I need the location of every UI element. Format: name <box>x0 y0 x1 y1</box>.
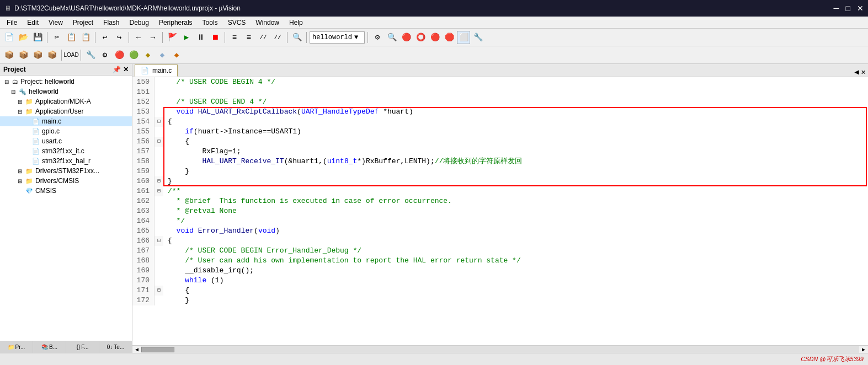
sidebar-pin-icon[interactable]: 📌 <box>113 66 121 73</box>
dropdown-arrow[interactable]: ▼ <box>354 34 358 41</box>
window-controls[interactable]: ─ □ ✕ <box>834 4 864 13</box>
expand-icon-app-user[interactable]: ⊟ <box>18 109 24 115</box>
nav-functions[interactable]: {} F... <box>66 341 99 353</box>
code-editor[interactable]: 150 /* USER CODE BEGIN 4 */151152 /* USE… <box>132 77 868 345</box>
stop-button[interactable]: ⏹ <box>209 31 222 44</box>
tree-item-drivers-stm32[interactable]: ⊞📁Drivers/STM32F1xx... <box>0 166 132 176</box>
line-fold-154[interactable]: ⊟ <box>155 117 163 127</box>
scroll-thumb[interactable] <box>141 347 174 352</box>
pin-tab-icon[interactable]: ◀ <box>854 67 859 77</box>
cut-button[interactable]: ✂ <box>50 31 63 44</box>
expand-icon-app-mdk[interactable]: ⊞ <box>18 99 24 105</box>
tools-btn[interactable]: 🔧 <box>471 31 484 44</box>
line-number-153: 153 <box>132 107 155 117</box>
menu-item-debug[interactable]: Debug <box>125 18 153 28</box>
sidebar-controls[interactable]: 📌 ✕ <box>113 66 129 73</box>
tb2-red[interactable]: 🔴 <box>113 49 126 62</box>
horizontal-scrollbar[interactable]: ◀ ▶ <box>132 345 868 353</box>
tree-item-cmsis[interactable]: 💎CMSIS <box>0 186 132 196</box>
books-label: B... <box>49 344 57 350</box>
nav-templates[interactable]: 0↓ Te... <box>99 341 132 353</box>
tb2-load[interactable]: LOAD <box>65 49 78 62</box>
line-fold-161[interactable]: ⊟ <box>155 186 163 196</box>
scroll-track[interactable] <box>141 346 859 353</box>
forward-button[interactable]: → <box>146 31 159 44</box>
debug-btn3[interactable]: 🔴 <box>400 31 413 44</box>
undo-button[interactable]: ↩ <box>98 31 111 44</box>
line-fold-156[interactable]: ⊟ <box>155 137 163 147</box>
menu-item-help[interactable]: Help <box>285 18 307 28</box>
menu-item-peripherals[interactable]: Peripherals <box>155 18 197 28</box>
menu-item-window[interactable]: Window <box>251 18 284 28</box>
align2-button[interactable]: ≡ <box>242 31 255 44</box>
line-fold-171[interactable]: ⊟ <box>155 286 163 296</box>
tb2-btn3[interactable]: 📦 <box>31 49 44 62</box>
copy-button[interactable]: 📋 <box>65 31 78 44</box>
comment-button[interactable]: // <box>257 31 270 44</box>
uncomment-button[interactable]: // <box>271 31 284 44</box>
tb2-diamond1[interactable]: ◆ <box>141 49 155 62</box>
tree-item-gpio-c[interactable]: 📄gpio.c <box>0 126 132 136</box>
tab-controls[interactable]: ◀ ✕ <box>854 67 866 77</box>
tb2-green[interactable]: 🟢 <box>127 49 140 62</box>
back-button[interactable]: ← <box>132 31 145 44</box>
debug-btn2[interactable]: 🔍 <box>385 31 398 44</box>
tb2-diamond2[interactable]: ◆ <box>156 49 169 62</box>
menu-item-flash[interactable]: Flash <box>99 18 124 28</box>
tb2-run2[interactable]: ⚙ <box>98 49 111 62</box>
scroll-right-button[interactable]: ▶ <box>859 346 868 353</box>
tree-item-drivers-cmsis[interactable]: ⊞📁Drivers/CMSIS <box>0 176 132 186</box>
line-fold-160[interactable]: ⊟ <box>155 176 163 186</box>
pause-button[interactable]: ⏸ <box>194 31 207 44</box>
new-button[interactable]: 📄 <box>2 31 15 44</box>
menu-item-file[interactable]: File <box>2 18 22 28</box>
tree-item-project-root[interactable]: ⊟🗂Project: helloworld <box>0 77 132 87</box>
tb2-magic[interactable]: 🔧 <box>84 49 97 62</box>
minimize-button[interactable]: ─ <box>834 4 839 13</box>
tree-item-app-user[interactable]: ⊟📁Application/User <box>0 106 132 116</box>
maximize-button[interactable]: □ <box>846 4 850 13</box>
line-fold-166[interactable]: ⊟ <box>155 236 163 246</box>
menu-item-view[interactable]: View <box>44 18 67 28</box>
menu-item-svcs[interactable]: SVCS <box>223 18 251 28</box>
tree-item-main-c[interactable]: 📄main.c <box>0 116 132 126</box>
paste-button[interactable]: 📋 <box>79 31 92 44</box>
save-button[interactable]: 💾 <box>31 31 44 44</box>
debug-btn7[interactable]: ⬜ <box>457 31 470 44</box>
scroll-left-button[interactable]: ◀ <box>132 346 141 353</box>
redo-button[interactable]: ↪ <box>113 31 126 44</box>
tb2-btn1[interactable]: 📦 <box>2 49 15 62</box>
expand-icon-helloworld[interactable]: ⊟ <box>11 89 18 95</box>
sidebar-close-icon[interactable]: ✕ <box>123 66 129 73</box>
tree-item-helloworld[interactable]: ⊟🔩helloworld <box>0 87 132 96</box>
debug-btn5[interactable]: 🔴 <box>428 31 441 44</box>
tree-item-stm32f1xx-it[interactable]: 📄stm32f1xx_it.c <box>0 146 132 156</box>
debug-btn4[interactable]: ⭕ <box>414 31 427 44</box>
menu-item-tools[interactable]: Tools <box>198 18 222 28</box>
tb2-btn2[interactable]: 📦 <box>17 49 30 62</box>
tree-item-stm32f1xx-hal[interactable]: 📄stm32f1xx_hal_r <box>0 156 132 166</box>
tree-item-app-mdk[interactable]: ⊞📁Application/MDK-A <box>0 96 132 106</box>
target-dropdown[interactable]: helloworld ▼ <box>310 31 365 44</box>
close-button[interactable]: ✕ <box>857 4 864 13</box>
expand-icon-drivers-cmsis[interactable]: ⊞ <box>18 178 24 184</box>
expand-icon-project-root[interactable]: ⊟ <box>4 79 11 85</box>
align-button[interactable]: ≡ <box>228 31 241 44</box>
menu-item-edit[interactable]: Edit <box>23 18 43 28</box>
nav-project[interactable]: 📁 Pr... <box>0 341 33 353</box>
expand-icon-drivers-stm32[interactable]: ⊞ <box>18 168 24 174</box>
menu-item-project[interactable]: Project <box>68 18 98 28</box>
open-button[interactable]: 📂 <box>17 31 30 44</box>
run-button[interactable]: ▶ <box>180 31 193 44</box>
editor-tab-main[interactable]: 📄 main.c <box>135 65 178 77</box>
tb2-diamond3[interactable]: ◆ <box>170 49 183 62</box>
bookmark-button[interactable]: 🚩 <box>166 31 179 44</box>
find-button[interactable]: 🔍 <box>290 31 303 44</box>
code-line-161: 161⊟/** <box>132 186 868 196</box>
tree-item-usart-c[interactable]: 📄usart.c <box>0 136 132 146</box>
nav-books[interactable]: 📚 B... <box>33 341 66 353</box>
tb2-btn4[interactable]: 📦 <box>45 49 58 62</box>
settings-button[interactable]: ⚙ <box>371 31 384 44</box>
debug-btn6[interactable]: 🛑 <box>443 31 456 44</box>
close-tab-icon[interactable]: ✕ <box>861 67 866 77</box>
